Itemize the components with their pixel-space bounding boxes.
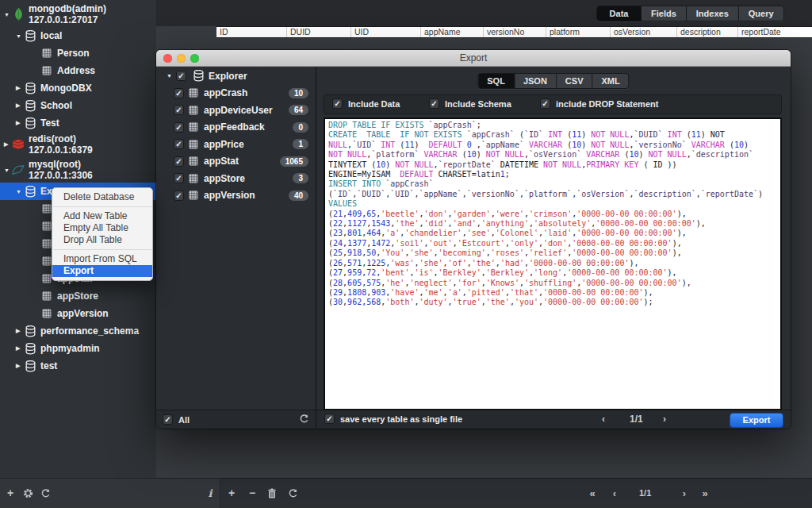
format-tab-json[interactable]: JSON bbox=[515, 74, 557, 88]
table-checkbox[interactable]: ✓ bbox=[174, 122, 184, 133]
sidebar-item-mongodbx[interactable]: ▶MongoDBX bbox=[0, 79, 156, 97]
refresh-icon[interactable] bbox=[285, 479, 300, 507]
option-include-drop-statement[interactable]: ✓include DROP Statement bbox=[540, 98, 658, 109]
sidebar-item-phpmyadmin[interactable]: ▶phpmyadmin bbox=[0, 340, 156, 357]
close-button[interactable] bbox=[163, 54, 172, 63]
last-page-icon[interactable]: » bbox=[698, 479, 712, 507]
table-checkbox[interactable]: ✓ bbox=[174, 88, 184, 98]
database-icon bbox=[24, 83, 36, 94]
trash-icon[interactable] bbox=[265, 479, 279, 507]
prev-page-icon[interactable]: ‹ bbox=[607, 479, 622, 507]
export-tree-root[interactable]: ▼✓Explorer bbox=[156, 67, 316, 85]
chevron-right-icon[interactable]: ▶ bbox=[16, 85, 24, 91]
menu-item-export[interactable]: Export bbox=[52, 265, 152, 277]
export-table-appstore[interactable]: ✓appStore3 bbox=[156, 170, 316, 187]
export-table-appcrash[interactable]: ✓appCrash10 bbox=[156, 85, 316, 102]
menu-item-drop-all-table[interactable]: Drop All Table bbox=[52, 234, 152, 246]
item-label: performance_schema bbox=[40, 325, 139, 337]
format-tab-xml[interactable]: XML bbox=[592, 74, 628, 88]
sidebar-item-appstore[interactable]: appStore bbox=[0, 287, 156, 305]
chevron-right-icon[interactable]: ▶ bbox=[16, 102, 24, 109]
chevron-down-icon[interactable]: ▼ bbox=[16, 189, 24, 194]
sidebar-item-mysql-root-[interactable]: ▼mysql(root)127.0.0.1:3306 bbox=[0, 157, 156, 183]
option-checkbox[interactable]: ✓ bbox=[332, 98, 343, 109]
column-header-appName[interactable]: appName bbox=[420, 27, 461, 37]
sidebar-item-school[interactable]: ▶School bbox=[0, 97, 156, 114]
chevron-down-icon[interactable]: ▼ bbox=[167, 73, 176, 79]
option-include-schema[interactable]: ✓Include Schema bbox=[429, 98, 511, 109]
column-header-reportDate[interactable]: reportDate bbox=[737, 27, 781, 37]
format-tab-csv[interactable]: CSV bbox=[557, 74, 593, 88]
export-table-appstat[interactable]: ✓appStat1065 bbox=[156, 153, 316, 171]
column-header-UID[interactable]: UID bbox=[350, 27, 369, 37]
table-checkbox[interactable]: ✓ bbox=[174, 156, 184, 167]
settings-icon[interactable] bbox=[21, 479, 35, 507]
chevron-right-icon[interactable]: ▶ bbox=[16, 120, 24, 126]
column-header-ID[interactable]: ID bbox=[216, 27, 228, 37]
menu-item-add-new-table[interactable]: Add New Table bbox=[52, 210, 152, 222]
zoom-button[interactable] bbox=[190, 54, 199, 63]
chevron-right-icon[interactable]: ▶ bbox=[16, 363, 24, 369]
chevron-right-icon[interactable]: ▶ bbox=[16, 345, 24, 352]
option-checkbox[interactable]: ✓ bbox=[429, 98, 439, 109]
sidebar-item-performance-schema[interactable]: ▶performance_schema bbox=[0, 322, 156, 340]
chevron-right-icon[interactable]: ▶ bbox=[4, 141, 12, 148]
export-table-appprice[interactable]: ✓appPrice1 bbox=[156, 136, 316, 153]
add-icon[interactable]: + bbox=[3, 479, 17, 507]
root-checkbox[interactable]: ✓ bbox=[176, 71, 186, 81]
sidebar-item-person[interactable]: Person bbox=[0, 44, 156, 62]
select-all-checkbox[interactable]: ✓ bbox=[163, 414, 173, 425]
format-tab-sql[interactable]: SQL bbox=[478, 74, 515, 88]
chevron-right-icon[interactable]: ▶ bbox=[16, 328, 24, 334]
table-icon bbox=[187, 174, 200, 183]
export-table-appdeviceuser[interactable]: ✓appDeviceUser64 bbox=[156, 102, 316, 119]
sidebar-item-local[interactable]: ▼local bbox=[0, 27, 156, 44]
column-header-versionNo[interactable]: versionNo bbox=[483, 27, 524, 37]
table-checkbox[interactable]: ✓ bbox=[174, 105, 184, 115]
column-header-platform[interactable]: platform bbox=[546, 27, 580, 37]
tab-query[interactable]: Query bbox=[739, 6, 783, 21]
chevron-down-icon[interactable]: ▼ bbox=[16, 33, 24, 39]
column-header-description[interactable]: description bbox=[676, 27, 721, 37]
sidebar-item-mongodb-admin-[interactable]: ▼mongodb(admin)127.0.0.1:27017 bbox=[0, 2, 156, 27]
next-table-icon[interactable]: › bbox=[663, 410, 666, 429]
column-header-DUID[interactable]: DUID bbox=[286, 27, 311, 37]
sql-preview[interactable]: DROP TABLE IF EXISTS `appCrash`; CREATE … bbox=[324, 117, 782, 410]
table-checkbox[interactable]: ✓ bbox=[174, 139, 184, 149]
save-single-file-option[interactable]: ✓ save every table as single file bbox=[324, 414, 462, 424]
table-icon bbox=[187, 122, 200, 132]
item-label: School bbox=[40, 100, 72, 111]
sidebar-item-appversion[interactable]: appVersion bbox=[0, 305, 156, 322]
tab-data[interactable]: Data bbox=[597, 6, 642, 21]
sidebar-item-redis-root-[interactable]: ▶redis(root)127.0.0.1:6379 bbox=[0, 132, 156, 157]
refresh-icon[interactable] bbox=[38, 479, 52, 507]
tab-indexes[interactable]: Indexes bbox=[687, 6, 739, 21]
first-page-icon[interactable]: « bbox=[585, 479, 599, 507]
sidebar-item-test[interactable]: ▶Test bbox=[0, 114, 156, 132]
info-icon[interactable]: i bbox=[203, 479, 217, 507]
export-table-appversion[interactable]: ✓appVersion40 bbox=[156, 187, 316, 205]
next-page-icon[interactable]: › bbox=[677, 479, 691, 507]
table-checkbox[interactable]: ✓ bbox=[174, 190, 184, 201]
chevron-down-icon[interactable]: ▼ bbox=[4, 167, 12, 173]
menu-item-import-from-sql[interactable]: Import From SQL bbox=[52, 253, 152, 265]
add-icon[interactable]: + bbox=[224, 479, 239, 507]
sidebar-item-address[interactable]: Address bbox=[0, 62, 156, 79]
menu-item-delete-database[interactable]: Delete Database bbox=[52, 191, 152, 203]
export-table-appfeedback[interactable]: ✓appFeedback0 bbox=[156, 119, 316, 137]
refresh-icon[interactable] bbox=[299, 414, 309, 425]
prev-table-icon[interactable]: ‹ bbox=[602, 410, 605, 429]
remove-icon[interactable]: − bbox=[245, 479, 259, 507]
option-checkbox[interactable]: ✓ bbox=[540, 98, 550, 109]
minimize-button[interactable] bbox=[177, 54, 186, 63]
menu-item-empty-all-table[interactable]: Empty All Table bbox=[52, 222, 152, 234]
table-checkbox[interactable]: ✓ bbox=[174, 173, 184, 183]
save-single-file-checkbox[interactable]: ✓ bbox=[324, 414, 335, 424]
tab-fields[interactable]: Fields bbox=[642, 6, 687, 21]
column-header-osVersion[interactable]: osVersion bbox=[610, 27, 650, 37]
table-icon bbox=[40, 66, 53, 75]
chevron-down-icon[interactable]: ▼ bbox=[4, 12, 12, 17]
sidebar-item-test[interactable]: ▶test bbox=[0, 357, 156, 375]
export-button[interactable]: Export bbox=[730, 413, 783, 428]
option-include-data[interactable]: ✓Include Data bbox=[332, 98, 400, 109]
